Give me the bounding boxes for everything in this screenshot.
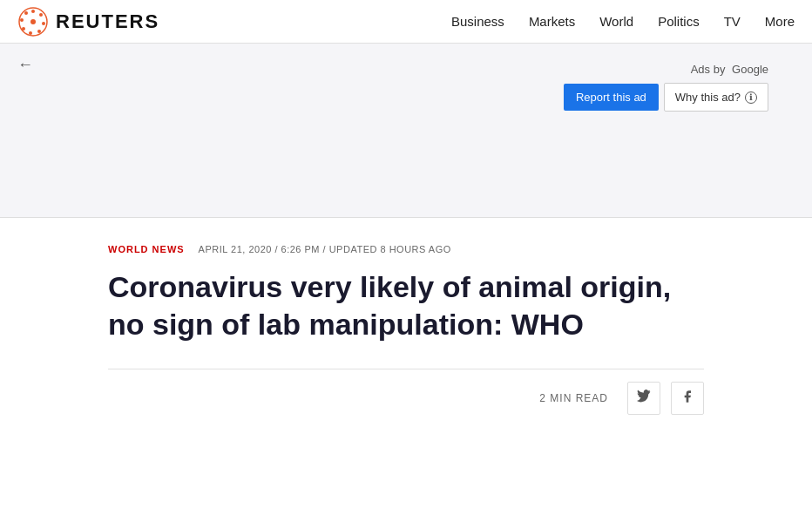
article-footer-row: 2 MIN READ (108, 369, 704, 415)
svg-point-5 (29, 31, 32, 35)
svg-point-6 (22, 27, 25, 30)
svg-point-9 (30, 19, 36, 24)
ads-by-google-row: Ads by Google (17, 52, 795, 76)
article-category-row: WORLD NEWS APRIL 21, 2020 / 6:26 PM / UP… (108, 244, 704, 254)
nav-item-politics[interactable]: Politics (658, 14, 700, 29)
article-title: Coronavirus very likely of animal origin… (108, 268, 704, 342)
svg-point-8 (24, 11, 28, 15)
back-arrow-icon[interactable]: ← (17, 56, 33, 74)
share-twitter-button[interactable] (627, 382, 660, 415)
twitter-icon (637, 390, 651, 407)
why-this-ad-label: Why this ad? (675, 91, 741, 104)
svg-point-7 (20, 18, 24, 22)
reuters-logo-text: REUTERS (56, 10, 159, 33)
svg-point-3 (42, 22, 45, 25)
svg-point-2 (39, 13, 43, 17)
report-this-ad-button[interactable]: Report this ad (564, 84, 659, 111)
article-category-label: WORLD NEWS (108, 244, 185, 254)
ads-by-label: Ads by (691, 63, 726, 76)
nav-item-business[interactable]: Business (451, 14, 504, 29)
google-brand-label: Google (728, 63, 768, 76)
ads-buttons-row: Report this ad Why this ad? ℹ (17, 83, 795, 112)
facebook-icon (680, 390, 694, 407)
article-meta: APRIL 21, 2020 / 6:26 PM / UPDATED 8 HOU… (199, 244, 451, 254)
min-read-label: 2 MIN READ (539, 392, 608, 404)
article-section: WORLD NEWS APRIL 21, 2020 / 6:26 PM / UP… (0, 218, 812, 441)
nav-item-more[interactable]: More (765, 14, 795, 29)
svg-point-1 (31, 10, 35, 13)
main-nav: Business Markets World Politics TV More (451, 14, 795, 29)
site-header: REUTERS Business Markets World Politics … (0, 0, 812, 44)
reuters-logo-icon (17, 6, 49, 37)
svg-point-4 (37, 30, 41, 33)
why-this-ad-button[interactable]: Why this ad? ℹ (664, 83, 768, 112)
nav-item-tv[interactable]: TV (724, 14, 741, 29)
share-facebook-button[interactable] (671, 382, 704, 415)
nav-item-world[interactable]: World (599, 14, 633, 29)
nav-item-markets[interactable]: Markets (529, 14, 575, 29)
logo-area: REUTERS (17, 6, 159, 37)
info-circle-icon: ℹ (745, 91, 757, 104)
ad-section: ← Ads by Google Report this ad Why this … (0, 44, 812, 218)
